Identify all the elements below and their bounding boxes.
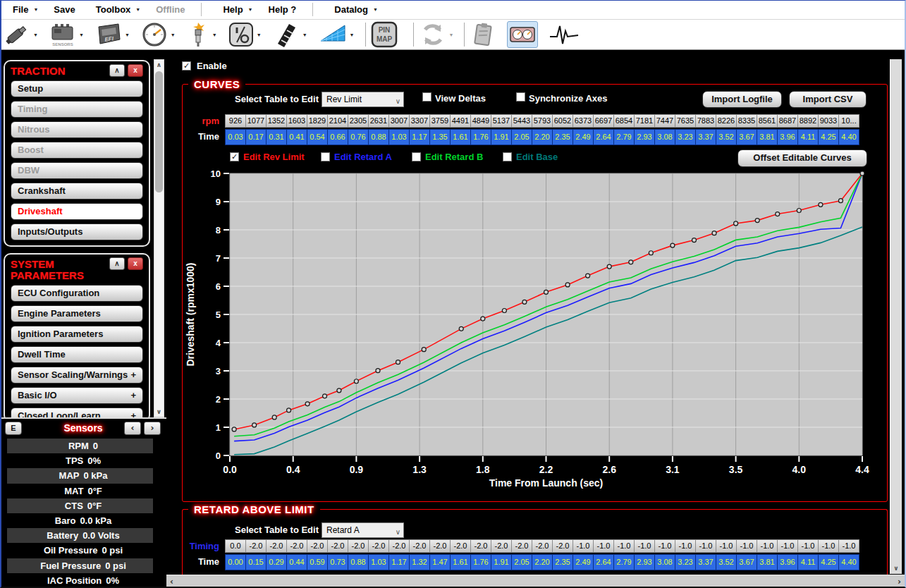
time-cell[interactable]: 0.44 (287, 555, 307, 570)
curve-point-marker[interactable] (629, 260, 633, 264)
traction-nav-button[interactable]: Driveshaft (11, 203, 143, 220)
time-cell[interactable]: 3.08 (655, 555, 675, 570)
time-cell[interactable]: 2.20 (532, 130, 553, 145)
timing-cell[interactable]: -2.0 (430, 540, 451, 552)
rpm-cell[interactable]: 6854 (614, 115, 635, 127)
timing-cell[interactable]: -2.0 (553, 540, 573, 552)
menu-item[interactable] (201, 3, 202, 16)
curve-point-marker[interactable] (337, 388, 341, 393)
timing-cell[interactable]: -1.0 (614, 540, 635, 552)
time-cell[interactable]: 1.61 (451, 130, 471, 145)
rpm-cell[interactable]: 3307 (410, 115, 430, 127)
scroll-down-icon[interactable]: ∨ (154, 408, 164, 416)
rpm-cell[interactable]: 6052 (553, 115, 573, 127)
time-cell[interactable]: 4.25 (819, 130, 839, 145)
timing-cell[interactable]: -2.0 (246, 540, 267, 552)
rpm-cell[interactable]: 10... (839, 115, 859, 127)
edit-curve-checkbox[interactable] (503, 152, 512, 161)
time-cell[interactable]: 1.17 (389, 555, 410, 570)
traction-nav-button[interactable]: Boost (11, 142, 143, 159)
time-cell[interactable]: 1.76 (471, 555, 491, 570)
curve-point-marker[interactable] (776, 212, 780, 216)
timing-cell[interactable]: -2.0 (348, 540, 369, 552)
menu-item[interactable]: Offline (153, 4, 192, 15)
time-cell[interactable]: 2.05 (512, 555, 532, 570)
system-nav-button[interactable]: Sensor Scaling/Warnings + (11, 367, 143, 384)
rpm-cell[interactable]: 2305 (348, 115, 369, 127)
main-vertical-scrollbar[interactable]: ∨ (890, 59, 902, 574)
time-cell[interactable]: 1.35 (430, 130, 451, 145)
time-cell[interactable]: 0.59 (307, 555, 328, 570)
time-cell[interactable]: 3.96 (778, 555, 798, 570)
system-nav-button[interactable]: Dwell Time (11, 346, 143, 363)
scroll-left-icon[interactable]: ‹ (170, 577, 173, 587)
curve-point-marker[interactable] (671, 243, 675, 247)
rpm-cell[interactable]: 7447 (655, 115, 675, 127)
timing-cell[interactable]: -2.0 (471, 540, 491, 552)
injector-tool-button[interactable]: ▼ (3, 21, 38, 48)
gauges-display-tool-button[interactable] (507, 21, 538, 48)
timing-cell[interactable]: -2.0 (532, 540, 553, 552)
rpm-cell[interactable]: 8335 (737, 115, 757, 127)
time-cell[interactable]: 0.41 (287, 130, 307, 145)
time-cell[interactable]: 1.17 (410, 130, 430, 145)
close-panel-button[interactable]: x (128, 64, 143, 77)
scroll-right-icon[interactable]: › (898, 577, 901, 587)
curve-point-marker[interactable] (712, 231, 716, 235)
curve-point-marker[interactable] (838, 199, 843, 203)
rpm-cell[interactable]: 6373 (573, 115, 594, 127)
curve-point-marker[interactable] (544, 290, 549, 294)
menu-item[interactable]: Save (51, 4, 82, 15)
time-cell[interactable]: 1.03 (369, 555, 389, 570)
timing-cell[interactable]: -1.0 (757, 540, 778, 552)
waveform-tool-button[interactable] (549, 21, 580, 48)
traction-nav-button[interactable]: Setup (11, 80, 143, 97)
curve-point-marker[interactable] (354, 379, 358, 384)
time-cell[interactable]: 1.32 (410, 555, 430, 570)
curve-point-marker[interactable] (305, 402, 310, 406)
menu-item[interactable]: Toolbox ▼ (93, 4, 144, 15)
time-cell[interactable]: 0.76 (348, 130, 369, 145)
rpm-cell[interactable]: 5137 (491, 115, 512, 127)
curve-point-marker[interactable] (565, 283, 570, 287)
timing-cell[interactable]: -1.0 (696, 540, 716, 552)
time-cell[interactable]: 1.91 (491, 130, 512, 145)
time-cell[interactable]: 1.91 (491, 555, 512, 570)
time-cell[interactable]: 2.05 (512, 130, 532, 145)
rpm-cell[interactable]: 8226 (716, 115, 737, 127)
timing-cell[interactable]: -1.0 (635, 540, 655, 552)
time-cell[interactable]: 3.52 (716, 555, 737, 570)
time-cell[interactable]: 4.25 (819, 555, 839, 570)
efi-handheld-tool-button[interactable]: EFI ▼ (94, 21, 130, 48)
time-cell[interactable]: 3.23 (675, 555, 696, 570)
timing-cell[interactable]: -1.0 (737, 540, 757, 552)
traction-nav-button[interactable]: Crankshaft (11, 183, 143, 200)
curve-point-marker[interactable] (232, 427, 236, 431)
time-cell[interactable]: 2.49 (573, 555, 594, 570)
time-cell[interactable]: 2.93 (635, 555, 655, 570)
time-cell[interactable]: 0.29 (267, 555, 287, 570)
time-cell[interactable]: 3.81 (757, 130, 778, 145)
time-cell[interactable]: 2.64 (594, 130, 614, 145)
system-nav-button[interactable]: ECU Configuration (11, 285, 143, 302)
system-nav-button[interactable]: Basic I/O + (11, 387, 143, 404)
scrollbar-thumb[interactable] (155, 71, 163, 192)
rpm-cell[interactable]: 4849 (471, 115, 491, 127)
time-cell[interactable]: 1.61 (451, 555, 471, 570)
system-nav-button[interactable]: Ignition Parameters (11, 326, 143, 343)
rpm-cell[interactable]: 8892 (798, 115, 819, 127)
timing-cell[interactable]: -1.0 (819, 540, 839, 552)
curve-point-marker[interactable] (376, 369, 380, 373)
curve-point-marker[interactable] (459, 326, 463, 331)
scroll-up-icon[interactable]: ∧ (154, 61, 164, 69)
edit-curve-checkbox[interactable]: ✓ (230, 152, 239, 161)
timing-cell[interactable]: 0.0 (226, 540, 246, 552)
collapse-panel-button[interactable]: ∧ (109, 257, 125, 270)
sensors-tool-button[interactable]: SENSORS ▼ (49, 21, 84, 48)
time-cell[interactable]: 4.40 (839, 555, 859, 570)
rpm-cell[interactable]: 5443 (512, 115, 532, 127)
main-horizontal-scrollbar[interactable]: ‹ › (166, 575, 905, 587)
time-cell[interactable]: 2.93 (635, 130, 655, 145)
time-cell[interactable]: 3.52 (716, 130, 737, 145)
menu-item[interactable]: File ▼ (10, 4, 41, 15)
